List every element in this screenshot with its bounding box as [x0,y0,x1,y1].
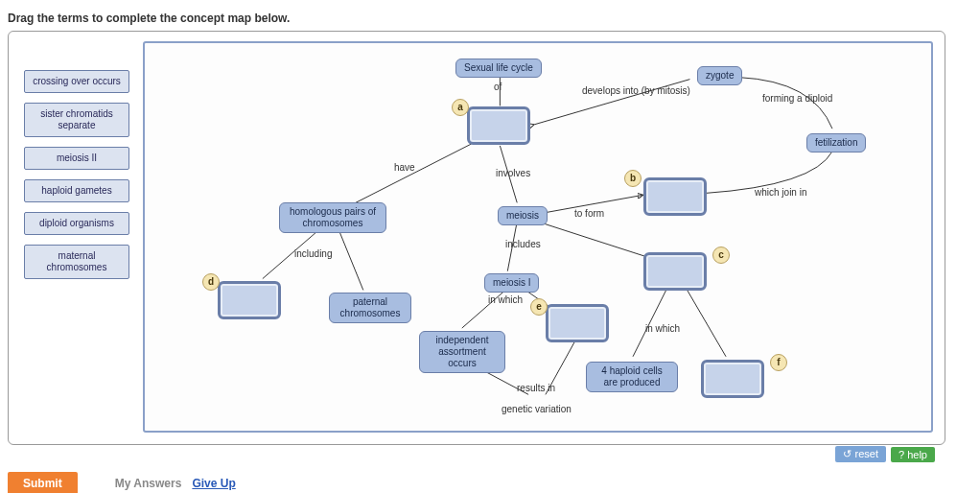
node-paternal: paternal chromosomes [329,293,411,323]
dropzone-d[interactable] [218,281,281,319]
tag-c: c [712,246,730,264]
my-answers-link[interactable]: My Answers [115,477,182,490]
help-button[interactable]: ? help [891,447,935,462]
node-homologous-pairs: homologous pairs of chromosomes [279,202,386,233]
term-maternal-chromosomes[interactable]: maternal chromosomes [24,245,129,279]
edge-in-which-1: in which [488,294,523,305]
edge-including: including [294,248,332,259]
dropzone-f[interactable] [701,360,764,398]
tag-e: e [530,298,548,316]
dropzone-b[interactable] [643,177,707,216]
instruction-text: Drag the terms to complete the concept m… [8,12,972,25]
term-sister-chromatids[interactable]: sister chromatids separate [24,103,129,137]
node-4-haploid-cells: 4 haploid cells are produced [586,362,678,392]
term-haploid-gametes[interactable]: haploid gametes [24,179,129,202]
edge-have: have [394,162,415,173]
svg-line-6 [338,229,363,290]
edge-results-in: results in [517,383,555,393]
dropzone-a[interactable] [467,106,530,145]
term-crossing-over[interactable]: crossing over occurs [24,70,129,93]
edge-develops-into: develops into (by mitosis) [582,85,690,96]
activity-panel: crossing over occurs sister chromatids s… [8,31,945,445]
node-independent-assortment: independent assortment occurs [419,331,505,373]
node-sexual-life-cycle: Sexual life cycle [455,59,542,78]
svg-line-12 [686,288,726,356]
tag-b: b [624,170,642,187]
give-up-link[interactable]: Give Up [192,477,235,490]
edge-to-form: to form [574,208,604,219]
bottom-controls: Submit My Answers Give Up [8,472,972,493]
dropzone-e[interactable] [546,304,609,342]
concept-map-canvas[interactable]: Sexual life cycle zygote fetilization me… [143,41,933,433]
node-zygote: zygote [697,66,742,85]
term-diploid-organisms[interactable]: diploid organisms [24,212,129,235]
edge-forming-diploid: forming a diploid [762,93,832,104]
node-meiosis: meiosis [498,206,548,225]
term-meiosis-ii[interactable]: meiosis II [24,147,129,170]
edge-involves: involves [496,168,530,178]
node-genetic-variation: genetic variation [502,404,572,414]
term-bank: crossing over occurs sister chromatids s… [24,70,129,289]
edge-includes: includes [505,239,541,249]
reset-button[interactable]: ↺ reset [835,446,886,462]
tag-d: d [202,273,220,291]
dropzone-c[interactable] [643,252,707,291]
edge-which-join-in: which join in [755,187,806,198]
edge-in-which-2: in which [645,323,680,334]
tag-f: f [770,354,787,371]
canvas-footer: ↺ reset ? help [835,446,935,462]
svg-line-2 [356,144,472,202]
submit-button[interactable]: Submit [8,472,78,493]
tag-a: a [452,99,469,116]
node-meiosis-i: meiosis I [484,273,539,293]
node-fertilization: fetilization [806,133,866,153]
edge-of: of [494,82,502,92]
reset-label: reset [854,448,877,459]
